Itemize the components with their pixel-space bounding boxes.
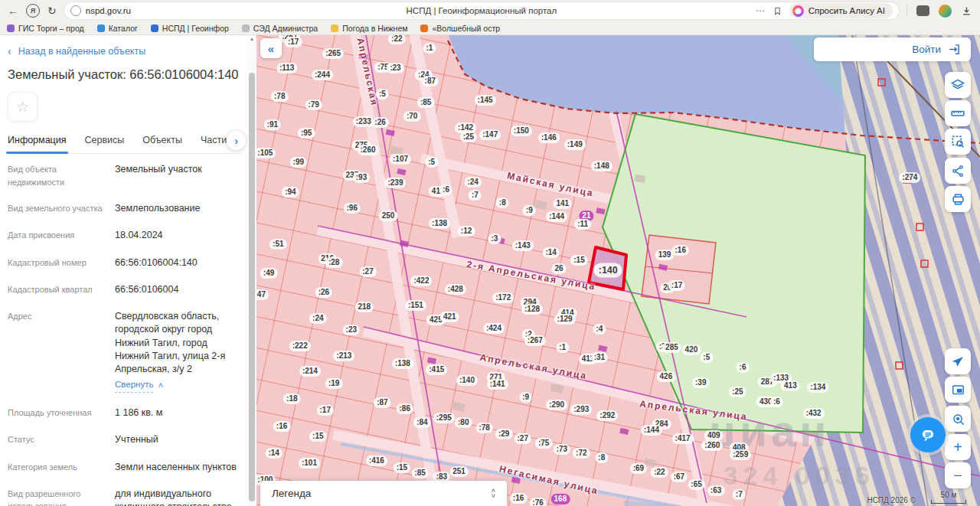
parcel-label[interactable]: :172: [492, 292, 514, 303]
parcel-label[interactable]: :143: [512, 240, 534, 251]
parcel-label[interactable]: :28: [325, 257, 342, 268]
parcel-label[interactable]: :19: [325, 378, 342, 389]
parcel-label[interactable]: :80: [455, 417, 472, 428]
parcel-label[interactable]: :417: [672, 433, 694, 444]
parcel-label[interactable]: :93: [353, 172, 370, 183]
parcel-label[interactable]: :222: [289, 341, 311, 351]
parcel-label[interactable]: :6: [737, 362, 750, 373]
parcel-label[interactable]: :138: [392, 358, 413, 369]
tab-Информация[interactable]: Информация: [8, 135, 67, 145]
parcel-label[interactable]: :7: [733, 489, 746, 500]
address-collapse-link[interactable]: Свернуть˄: [115, 379, 163, 393]
parcel-label[interactable]: :17: [285, 37, 302, 47]
parcel-label[interactable]: :23: [387, 63, 403, 73]
parcel-label[interactable]: :147: [479, 129, 501, 140]
tab-Сервисы[interactable]: Сервисы: [85, 135, 125, 145]
refresh-icon[interactable]: ↻: [47, 5, 57, 16]
parcel-label[interactable]: :86: [396, 403, 413, 414]
parcel-label[interactable]: :14: [265, 448, 282, 459]
parcel-label[interactable]: 218: [354, 302, 374, 312]
parcel-label[interactable]: :22: [388, 34, 405, 44]
parcel-label[interactable]: :140: [456, 375, 478, 386]
parcel-label[interactable]: :259: [730, 449, 751, 460]
parcel-label[interactable]: :27: [514, 433, 531, 444]
bookmark-item[interactable]: Каталог: [97, 24, 138, 33]
tab-Объекты[interactable]: Объекты: [142, 135, 182, 145]
parcel-label[interactable]: :27: [359, 266, 376, 277]
parcel-label[interactable]: :51: [270, 239, 286, 250]
parcel-label[interactable]: 413: [781, 380, 800, 391]
parcel-label[interactable]: :78: [475, 423, 492, 433]
parcel-label[interactable]: :113: [276, 63, 297, 73]
parcel-label[interactable]: :15: [570, 255, 587, 266]
parcel-label[interactable]: :3: [488, 233, 501, 244]
coordinate-search-button[interactable]: [945, 406, 971, 432]
parcel-label[interactable]: :14: [542, 247, 559, 258]
parcel-label[interactable]: :11: [574, 219, 591, 230]
parcel-label[interactable]: :84: [413, 417, 430, 428]
parcel-label[interactable]: :87: [374, 397, 390, 408]
zoom-in-button[interactable]: +: [945, 434, 971, 460]
download-icon[interactable]: [961, 5, 972, 17]
parcel-label[interactable]: 426: [657, 371, 676, 382]
back-icon[interactable]: ←: [8, 5, 18, 16]
parcel-label[interactable]: :265: [322, 48, 344, 59]
parcel-label[interactable]: :26: [315, 287, 332, 298]
parcel-label[interactable]: :75: [535, 438, 552, 449]
parcel-label[interactable]: :424: [483, 323, 505, 334]
parcel-label[interactable]: :95: [298, 128, 315, 139]
measure-button[interactable]: [945, 100, 971, 126]
parcel-label[interactable]: :260: [701, 440, 723, 451]
parcel-label[interactable]: :76: [529, 498, 546, 506]
parcel-label[interactable]: :213: [333, 351, 354, 361]
parcel-label[interactable]: :73: [554, 444, 570, 455]
parcel-label[interactable]: :85: [417, 97, 434, 108]
parcel-label[interactable]: :70: [403, 111, 420, 122]
parcel-label[interactable]: :146: [538, 132, 560, 143]
parcel-label[interactable]: :6: [770, 397, 783, 407]
parcel-label[interactable]: :432: [803, 408, 825, 419]
bookmark-item[interactable]: ГИС Торги – прод: [7, 24, 84, 33]
parcel-label[interactable]: :151: [405, 300, 426, 311]
parcel-label[interactable]: :415: [426, 364, 447, 375]
parcel-label[interactable]: :138: [429, 218, 450, 229]
parcel-label[interactable]: :94: [282, 187, 299, 198]
parcel-label[interactable]: 168: [551, 494, 570, 504]
parcel-label[interactable]: :5: [425, 157, 438, 168]
parcel-label[interactable]: :24: [464, 177, 481, 188]
parcel-label[interactable]: :5: [700, 352, 713, 363]
parcel-label[interactable]: :16: [672, 245, 689, 256]
parcel-label[interactable]: :22: [651, 467, 668, 478]
parcel-label[interactable]: :9: [519, 392, 532, 403]
scrollbar-thumb[interactable]: [249, 73, 255, 501]
parcel-label[interactable]: :101: [299, 458, 320, 468]
parcel-label[interactable]: :422: [410, 276, 432, 286]
bookmark-item[interactable]: Погода в Нижнем: [331, 24, 407, 33]
parcel-label[interactable]: :134: [807, 382, 828, 393]
map-viewport[interactable]: циан 324 0036 :261:17:265:22:1:113:244:7…: [256, 34, 980, 506]
parcel-label[interactable]: :260: [358, 145, 379, 155]
parcel-label[interactable]: :4: [593, 324, 606, 335]
parcel-label[interactable]: :96: [344, 203, 361, 214]
parcel-label[interactable]: :5: [376, 89, 389, 100]
parcel-label[interactable]: :69: [630, 463, 647, 474]
bookmark-icon[interactable]: [773, 6, 782, 16]
parcel-label[interactable]: :7: [469, 190, 482, 201]
parcel-label[interactable]: :292: [596, 410, 618, 421]
parcel-label[interactable]: :25: [729, 387, 746, 397]
parcel-label[interactable]: :17: [668, 280, 685, 291]
parcel-label[interactable]: :428: [445, 284, 466, 295]
parcel-label[interactable]: :85: [411, 468, 428, 478]
chat-button[interactable]: [910, 417, 946, 452]
layers-button[interactable]: [945, 72, 971, 98]
address-bar[interactable]: НСПД | Геоинформационный портал nspd.gov…: [64, 2, 899, 19]
parcel-label[interactable]: :1: [423, 43, 436, 54]
parcel-label[interactable]: 421: [440, 312, 459, 322]
parcel-label[interactable]: :267: [524, 335, 546, 346]
bookmark-item[interactable]: НСПД | Геоинфор: [151, 24, 229, 33]
scrollbar-up-icon[interactable]: ▲: [247, 36, 256, 41]
extension-icon[interactable]: [916, 5, 929, 16]
parcel-label[interactable]: :149: [564, 139, 586, 150]
parcel-label[interactable]: :8: [496, 198, 509, 208]
parcel-label[interactable]: :99: [290, 157, 307, 168]
